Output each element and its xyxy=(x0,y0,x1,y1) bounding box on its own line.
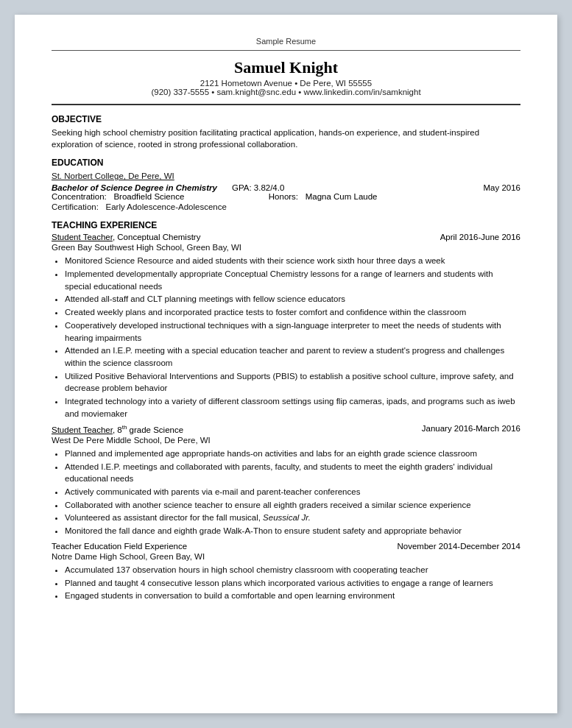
concentration-value: Broadfield Science xyxy=(113,192,184,201)
bullet: Attended I.E.P. meetings and collaborate… xyxy=(65,461,520,485)
sample-label: Sample Resume xyxy=(52,37,520,46)
bullet: Actively communicated with parents via e… xyxy=(65,486,520,498)
resume-page: Sample Resume Samuel Knight 2121 Hometow… xyxy=(15,15,557,713)
bullet: Engaged students in conversation to buil… xyxy=(65,590,520,602)
musical-title: Seussical Jr. xyxy=(263,513,311,522)
teaching-entry-3-role: Teacher Education Field Experience xyxy=(52,542,187,551)
teaching-entry-1-header: Student Teacher, Conceptual Chemistry Ap… xyxy=(52,233,520,241)
teaching-entry-1-bullets: Monitored Science Resource and aided stu… xyxy=(65,255,520,420)
teaching-entry-2: Student Teacher, 8th grade Science Janua… xyxy=(52,424,520,537)
certification-row: Certification: Early Adolescence-Adolesc… xyxy=(52,201,520,213)
concentration-label-value: Concentration: Broadfield Science xyxy=(52,192,184,201)
teaching-entry-2-role: Student Teacher, 8th grade Science xyxy=(52,424,183,434)
education-degree-row: Bachelor of Science Degree in Chemistry … xyxy=(52,183,520,192)
honors-label-value: Honors: Magna Cum Laude xyxy=(269,192,378,201)
bullet: Integrated technology into a variety of … xyxy=(65,395,520,420)
bullet: Attended an I.E.P. meeting with a specia… xyxy=(65,344,520,369)
teaching-entry-1: Student Teacher, Conceptual Chemistry Ap… xyxy=(52,233,520,420)
education-degree: Bachelor of Science Degree in Chemistry xyxy=(52,183,217,192)
education-title: EDUCATION xyxy=(52,158,520,168)
contact-line: (920) 337-5555 • sam.knight@snc.edu • ww… xyxy=(52,88,520,96)
bullet: Attended all-staff and CLT planning meet… xyxy=(65,293,520,305)
bullet: Planned and taught 4 consecutive lesson … xyxy=(65,577,520,590)
honors-value: Magna Cum Laude xyxy=(306,192,378,201)
teaching-entry-1-date: April 2016-June 2016 xyxy=(440,233,520,241)
bullet: Collaborated with another science teache… xyxy=(65,499,520,512)
teaching-entry-2-date: January 2016-March 2016 xyxy=(422,424,520,434)
honors-label: Honors: xyxy=(269,192,298,201)
concentration-label: Concentration: xyxy=(52,192,107,201)
objective-title: OBJECTIVE xyxy=(52,114,520,124)
education-date: May 2016 xyxy=(483,183,520,192)
teaching-entry-2-school: West De Pere Middle School, De Pere, WI xyxy=(52,434,520,446)
education-gpa: GPA: 3.82/4.0 xyxy=(232,183,284,192)
bullet: Implemented developmentally appropriate … xyxy=(65,268,520,292)
teaching-entry-3-date: November 2014-December 2014 xyxy=(398,542,520,551)
sup-th: th xyxy=(122,424,127,431)
teaching-entry-1-school: Green Bay Southwest High School, Green B… xyxy=(52,241,520,253)
teaching-title: TEACHING EXPERIENCE xyxy=(52,220,520,230)
bullet: Utilized Positive Behavioral Interventio… xyxy=(65,370,520,395)
education-school: St. Norbert College, De Pere, WI xyxy=(52,170,520,182)
bullet: Volunteered as assistant director for th… xyxy=(65,512,520,524)
teaching-entry-2-bullets: Planned and implemented age appropriate … xyxy=(65,448,520,537)
cert-label: Certification: xyxy=(52,202,99,211)
bullet: Monitored the fall dance and eighth grad… xyxy=(65,525,520,537)
bullet: Monitored Science Resource and aided stu… xyxy=(65,255,520,267)
top-divider xyxy=(52,50,520,51)
cert-value: Early Adolescence-Adolescence xyxy=(106,202,227,211)
teaching-entry-1-role: Student Teacher, Conceptual Chemistry xyxy=(52,233,200,241)
teaching-role-underline: Student Teacher xyxy=(52,233,113,241)
teaching-entry-3-header: Teacher Education Field Experience Novem… xyxy=(52,542,520,551)
header-divider xyxy=(52,104,520,105)
teaching-entry-2-header: Student Teacher, 8th grade Science Janua… xyxy=(52,424,520,434)
teaching-entry-3-school: Notre Dame High School, Green Bay, WI xyxy=(52,551,520,562)
education-concentration-row: Concentration: Broadfield Science Honors… xyxy=(52,192,520,201)
teaching-entry-3-bullets: Accumulated 137 observation hours in hig… xyxy=(65,564,520,602)
address-line: 2121 Hometown Avenue • De Pere, WI 55555 xyxy=(52,79,520,88)
bullet: Cooperatively developed instructional te… xyxy=(65,319,520,344)
bullet: Planned and implemented age appropriate … xyxy=(65,448,520,460)
objective-text: Seeking high school chemistry position f… xyxy=(52,127,520,150)
teaching-entry-3: Teacher Education Field Experience Novem… xyxy=(52,542,520,602)
bullet: Created weekly plans and incorporated pr… xyxy=(65,306,520,319)
candidate-name: Samuel Knight xyxy=(52,58,520,77)
teaching-role-2-underline: Student Teacher xyxy=(52,425,113,434)
bullet: Accumulated 137 observation hours in hig… xyxy=(65,564,520,576)
